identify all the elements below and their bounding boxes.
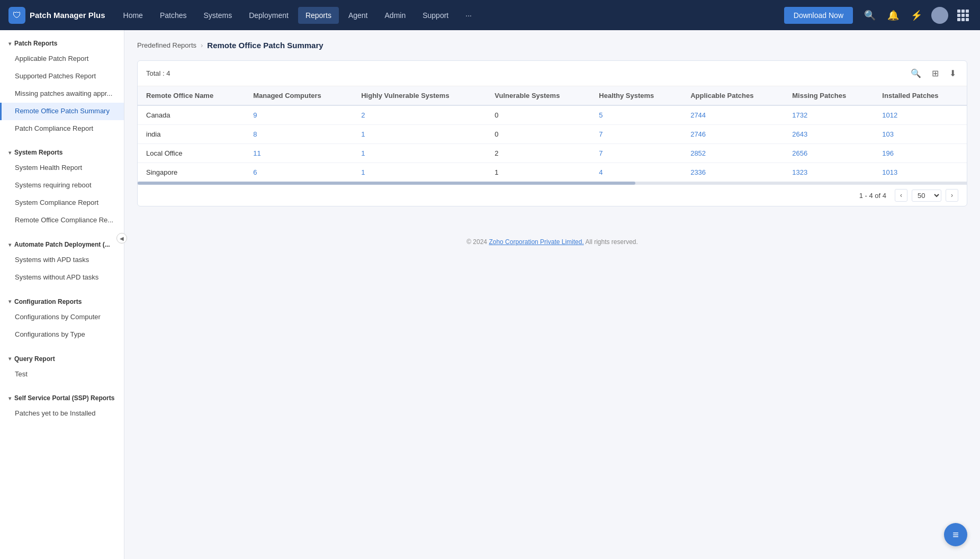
table-cell[interactable]: 7 bbox=[590, 125, 682, 144]
sidebar-item-remote-office[interactable]: Remote Office Patch Summary bbox=[0, 103, 124, 120]
table-cell-link[interactable]: 7 bbox=[599, 149, 603, 157]
table-cell-link[interactable]: 5 bbox=[599, 111, 603, 119]
table-cell[interactable]: 6 bbox=[245, 163, 353, 182]
download-icon[interactable]: ⬇ bbox=[947, 66, 958, 80]
table-cell[interactable]: 5 bbox=[590, 105, 682, 125]
sidebar-collapse-button[interactable]: ◀ bbox=[116, 233, 127, 244]
table-cell-link[interactable]: 9 bbox=[253, 111, 257, 119]
sidebar-item-applicable-patch[interactable]: Applicable Patch Report bbox=[0, 50, 124, 68]
table-cell-link[interactable]: 1012 bbox=[882, 111, 897, 119]
table-cell-link[interactable]: 2656 bbox=[792, 149, 807, 157]
app-logo[interactable]: 🛡 Patch Manager Plus bbox=[8, 7, 105, 24]
table-cell[interactable]: 1 bbox=[353, 125, 486, 144]
sidebar-item-missing-patches[interactable]: Missing patches awaiting appr... bbox=[0, 85, 124, 103]
sidebar-item-system-health[interactable]: System Health Report bbox=[0, 159, 124, 177]
table-cell-link[interactable]: 1013 bbox=[882, 168, 897, 176]
table-cell[interactable]: 1323 bbox=[784, 163, 874, 182]
table-cell[interactable]: 1732 bbox=[784, 105, 874, 125]
table-cell[interactable]: 2746 bbox=[682, 125, 784, 144]
table-cell-link[interactable]: 1 bbox=[361, 130, 365, 138]
table-cell-link[interactable]: 196 bbox=[882, 149, 894, 157]
table-cell[interactable]: 1013 bbox=[874, 163, 967, 182]
sidebar-section-system-reports-title[interactable]: ▾ System Reports bbox=[0, 147, 124, 159]
table-cell-link[interactable]: 6 bbox=[253, 168, 257, 176]
sidebar-item-remote-office-compliance[interactable]: Remote Office Compliance Re... bbox=[0, 212, 124, 229]
table-cell-link[interactable]: 11 bbox=[253, 149, 260, 157]
table-cell[interactable]: 7 bbox=[590, 144, 682, 163]
sidebar-item-systems-reboot[interactable]: Systems requiring reboot bbox=[0, 177, 124, 194]
search-toolbar-icon[interactable]: 🔍 bbox=[909, 66, 923, 80]
sidebar-item-test[interactable]: Test bbox=[0, 366, 124, 383]
table-cell-link[interactable]: 2 bbox=[361, 111, 365, 119]
table-cell[interactable]: 2643 bbox=[784, 125, 874, 144]
lightning-icon[interactable]: ⚡ bbox=[908, 7, 925, 24]
sidebar-item-config-type[interactable]: Configurations by Type bbox=[0, 326, 124, 344]
nav-support[interactable]: Support bbox=[415, 7, 456, 24]
table-cell-link[interactable]: 7 bbox=[599, 130, 603, 138]
pagination-prev[interactable]: ‹ bbox=[895, 189, 907, 202]
table-cell[interactable]: 4 bbox=[590, 163, 682, 182]
table-cell-link[interactable]: 1 bbox=[361, 149, 365, 157]
nav-patches[interactable]: Patches bbox=[152, 7, 194, 24]
nav-home[interactable]: Home bbox=[116, 7, 150, 24]
nav-deployment[interactable]: Deployment bbox=[241, 7, 296, 24]
download-now-button[interactable]: Download Now bbox=[784, 7, 853, 24]
table-cell[interactable]: 196 bbox=[874, 144, 967, 163]
table-cell[interactable]: 2336 bbox=[682, 163, 784, 182]
table-cell[interactable]: 2744 bbox=[682, 105, 784, 125]
sidebar-item-patches-installed[interactable]: Patches yet to be Installed bbox=[0, 405, 124, 422]
table-cell: 1 bbox=[486, 163, 590, 182]
table-cell[interactable]: 9 bbox=[245, 105, 353, 125]
nav-agent[interactable]: Agent bbox=[341, 7, 375, 24]
table-cell: india bbox=[138, 125, 245, 144]
table-cell-link[interactable]: 1732 bbox=[792, 111, 807, 119]
grid-view-icon[interactable]: ⊞ bbox=[930, 66, 941, 80]
table-cell-link[interactable]: 2746 bbox=[690, 130, 706, 138]
pagination-next[interactable]: › bbox=[946, 189, 958, 202]
table-cell[interactable]: 1012 bbox=[874, 105, 967, 125]
chat-button[interactable]: ≡ bbox=[944, 523, 967, 546]
grid-menu-icon[interactable] bbox=[955, 7, 972, 24]
horizontal-scrollbar[interactable] bbox=[138, 182, 967, 185]
sidebar-item-system-compliance[interactable]: System Compliance Report bbox=[0, 194, 124, 212]
table-cell-link[interactable]: 4 bbox=[599, 168, 603, 176]
table-cell[interactable]: 8 bbox=[245, 125, 353, 144]
sidebar-section-query-title[interactable]: ▾ Query Report bbox=[0, 353, 124, 366]
table-cell[interactable]: 2656 bbox=[784, 144, 874, 163]
table-cell-link[interactable]: 1323 bbox=[792, 168, 807, 176]
col-remote-office-name: Remote Office Name bbox=[138, 86, 245, 105]
table-cell-link[interactable]: 2336 bbox=[690, 168, 706, 176]
breadcrumb-parent[interactable]: Predefined Reports bbox=[137, 41, 196, 49]
table-cell-link[interactable]: 2744 bbox=[690, 111, 706, 119]
table-cell-link[interactable]: 1 bbox=[361, 168, 365, 176]
sidebar-item-supported-patches[interactable]: Supported Patches Report bbox=[0, 68, 124, 85]
table-cell[interactable]: 2852 bbox=[682, 144, 784, 163]
table-cell-link[interactable]: 8 bbox=[253, 130, 257, 138]
sidebar-section-patch-reports-title[interactable]: ▾ Patch Reports bbox=[0, 38, 124, 50]
table-cell[interactable]: 2 bbox=[353, 105, 486, 125]
footer-company-link[interactable]: Zoho Corporation Private Limited. bbox=[489, 238, 583, 246]
search-icon[interactable]: 🔍 bbox=[861, 7, 878, 24]
notification-icon[interactable]: 🔔 bbox=[885, 7, 902, 24]
page-size-select[interactable]: 50 100 200 bbox=[912, 190, 941, 202]
nav-reports[interactable]: Reports bbox=[298, 7, 339, 24]
nav-admin[interactable]: Admin bbox=[377, 7, 413, 24]
sidebar-item-systems-no-apd[interactable]: Systems without APD tasks bbox=[0, 269, 124, 286]
table-cell[interactable]: 1 bbox=[353, 163, 486, 182]
table-cell[interactable]: 11 bbox=[245, 144, 353, 163]
sidebar-item-patch-compliance[interactable]: Patch Compliance Report bbox=[0, 120, 124, 138]
table-cell[interactable]: 103 bbox=[874, 125, 967, 144]
table-cell-link[interactable]: 2643 bbox=[792, 130, 807, 138]
sidebar-item-systems-apd[interactable]: Systems with APD tasks bbox=[0, 251, 124, 269]
sidebar-section-ssp-title[interactable]: ▾ Self Service Portal (SSP) Reports bbox=[0, 392, 124, 405]
sidebar-item-config-computer[interactable]: Configurations by Computer bbox=[0, 309, 124, 326]
table-cell-link[interactable]: 103 bbox=[882, 130, 894, 138]
sidebar-section-config-title[interactable]: ▾ Configuration Reports bbox=[0, 296, 124, 309]
nav-systems[interactable]: Systems bbox=[196, 7, 240, 24]
table-cell-link[interactable]: 2852 bbox=[690, 149, 706, 157]
table-cell[interactable]: 1 bbox=[353, 144, 486, 163]
avatar[interactable] bbox=[931, 7, 948, 24]
logo-icon: 🛡 bbox=[8, 7, 25, 24]
sidebar-section-automate-title[interactable]: ▾ Automate Patch Deployment (... bbox=[0, 239, 124, 251]
nav-more[interactable]: ··· bbox=[458, 7, 479, 24]
